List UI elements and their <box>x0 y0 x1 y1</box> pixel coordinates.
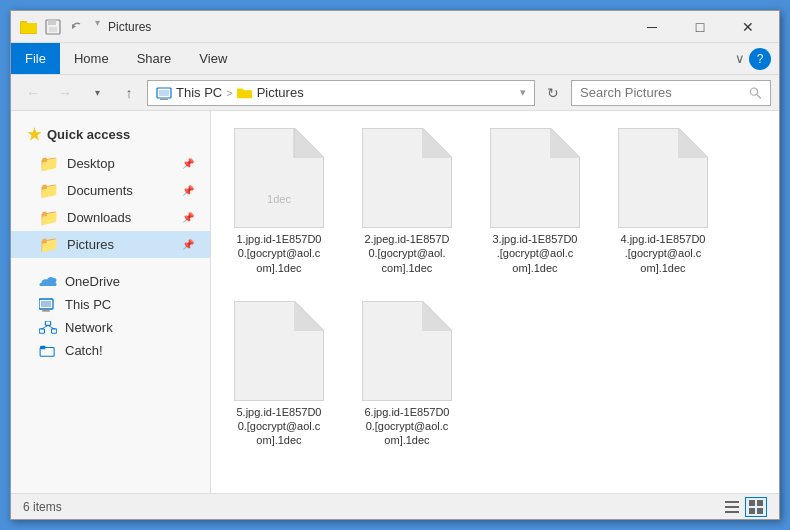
network-icon <box>39 321 57 335</box>
file-item-5[interactable]: 5.jpg.id-1E857D00.[gocrypt@aol.com].1dec <box>219 292 339 457</box>
refresh-button[interactable]: ↻ <box>539 80 567 106</box>
back-button[interactable]: ← <box>19 80 47 106</box>
svg-marker-33 <box>490 128 580 228</box>
search-box[interactable] <box>571 80 771 106</box>
svg-rect-19 <box>42 310 50 311</box>
svg-rect-41 <box>725 501 739 503</box>
svg-rect-17 <box>41 301 51 307</box>
sidebar-item-downloads[interactable]: 📁 Downloads 📌 <box>11 204 210 231</box>
title-icons: ▾ <box>19 17 100 37</box>
forward-button[interactable]: → <box>51 80 79 106</box>
menu-home[interactable]: Home <box>60 43 123 74</box>
svg-text:1dec: 1dec <box>267 193 291 205</box>
svg-line-24 <box>48 325 54 329</box>
pin-icon-documents: 📌 <box>182 185 194 196</box>
title-bar: ▾ Pictures ─ □ ✕ <box>11 11 779 43</box>
sidebar: ★ Quick access 📁 Desktop 📌 📁 Documents 📌… <box>11 111 211 493</box>
svg-marker-36 <box>678 128 708 158</box>
sidebar-item-documents[interactable]: 📁 Documents 📌 <box>11 177 210 204</box>
pin-icon-pictures: 📌 <box>182 239 194 250</box>
file-icon-2 <box>362 128 452 228</box>
star-icon: ★ <box>27 125 41 144</box>
svg-marker-27 <box>234 128 324 228</box>
svg-rect-22 <box>52 328 57 332</box>
up-button[interactable]: ↑ <box>115 80 143 106</box>
svg-rect-21 <box>39 328 44 332</box>
svg-rect-26 <box>40 345 45 349</box>
sidebar-item-catch[interactable]: Catch! <box>11 339 210 362</box>
file-item-1[interactable]: 1dec 1.jpg.id-1E857D00.[gocrypt@aol.com]… <box>219 119 339 284</box>
pin-icon-desktop: 📌 <box>182 158 194 169</box>
svg-marker-28 <box>294 128 324 158</box>
file-item-2[interactable]: 2.jpeg.id-1E857D0.[gocrypt@aol.com].1dec <box>347 119 467 284</box>
file-area: 1dec 1.jpg.id-1E857D00.[gocrypt@aol.com]… <box>211 111 779 493</box>
maximize-button[interactable]: □ <box>677 11 723 43</box>
onedrive-icon <box>39 275 57 289</box>
recent-locations-button[interactable]: ▾ <box>83 80 111 106</box>
downloads-label: Downloads <box>67 210 131 225</box>
network-label: Network <box>65 320 113 335</box>
sidebar-item-network[interactable]: Network <box>11 316 210 339</box>
path-sep1: > <box>226 87 232 99</box>
status-bar: 6 items <box>11 493 779 519</box>
svg-marker-32 <box>422 128 452 158</box>
minimize-button[interactable]: ─ <box>629 11 675 43</box>
file-icon-5 <box>234 301 324 401</box>
main-content: ★ Quick access 📁 Desktop 📌 📁 Documents 📌… <box>11 111 779 493</box>
menu-share[interactable]: Share <box>123 43 186 74</box>
svg-rect-9 <box>159 90 169 96</box>
file-name-2: 2.jpeg.id-1E857D0.[gocrypt@aol.com].1dec <box>364 232 449 275</box>
path-pictures[interactable]: Pictures <box>257 85 304 100</box>
file-icon-6 <box>362 301 452 401</box>
svg-rect-42 <box>725 506 739 508</box>
window-controls[interactable]: ─ □ ✕ <box>629 11 771 43</box>
menu-file[interactable]: File <box>11 43 60 74</box>
path-thispc[interactable]: This PC <box>176 85 222 100</box>
svg-marker-40 <box>422 301 452 331</box>
file-icon-4 <box>618 128 708 228</box>
list-view-button[interactable] <box>721 497 743 517</box>
documents-folder-icon: 📁 <box>39 181 59 200</box>
svg-line-23 <box>42 325 48 329</box>
onedrive-label: OneDrive <box>65 274 120 289</box>
address-path[interactable]: This PC > Pictures ▾ <box>147 80 535 106</box>
search-icon <box>749 86 762 100</box>
svg-point-14 <box>751 88 758 95</box>
search-input[interactable] <box>580 85 745 100</box>
sidebar-item-thispc[interactable]: This PC <box>11 293 210 316</box>
view-icons <box>721 497 767 517</box>
folder-icon-path <box>237 86 253 100</box>
svg-rect-18 <box>43 309 49 311</box>
file-name-3: 3.jpg.id-1E857D0.[gocrypt@aol.com].1dec <box>492 232 577 275</box>
help-button[interactable]: ? <box>749 48 771 70</box>
documents-label: Documents <box>67 183 133 198</box>
menu-bar: File Home Share View ∨ ? <box>11 43 779 75</box>
sidebar-item-desktop[interactable]: 📁 Desktop 📌 <box>11 150 210 177</box>
desktop-folder-icon: 📁 <box>39 154 59 173</box>
large-icons-view-button[interactable] <box>745 497 767 517</box>
svg-marker-38 <box>294 301 324 331</box>
svg-rect-5 <box>48 20 56 25</box>
close-button[interactable]: ✕ <box>725 11 771 43</box>
svg-rect-3 <box>21 23 37 33</box>
sidebar-item-pictures[interactable]: 📁 Pictures 📌 <box>11 231 210 258</box>
sidebar-item-onedrive[interactable]: OneDrive <box>11 270 210 293</box>
svg-rect-46 <box>749 508 755 514</box>
file-icon-1: 1dec <box>234 128 324 228</box>
svg-line-15 <box>757 94 761 98</box>
svg-marker-39 <box>362 301 452 401</box>
file-item-3[interactable]: 3.jpg.id-1E857D0.[gocrypt@aol.com].1dec <box>475 119 595 284</box>
address-bar: ← → ▾ ↑ This PC > Pictures ▾ ↻ <box>11 75 779 111</box>
save-icon <box>43 17 63 37</box>
ribbon-toggle[interactable]: ∨ <box>735 51 745 66</box>
menu-view[interactable]: View <box>185 43 241 74</box>
svg-rect-13 <box>237 88 243 92</box>
undo-icon <box>67 17 87 37</box>
file-item-4[interactable]: 4.jpg.id-1E857D0.[gocrypt@aol.com].1dec <box>603 119 723 284</box>
pictures-label: Pictures <box>67 237 114 252</box>
desktop-label: Desktop <box>67 156 115 171</box>
file-name-1: 1.jpg.id-1E857D00.[gocrypt@aol.com].1dec <box>236 232 321 275</box>
file-item-6[interactable]: 6.jpg.id-1E857D00.[gocrypt@aol.com].1dec <box>347 292 467 457</box>
svg-rect-43 <box>725 511 739 513</box>
status-count: 6 items <box>23 500 62 514</box>
